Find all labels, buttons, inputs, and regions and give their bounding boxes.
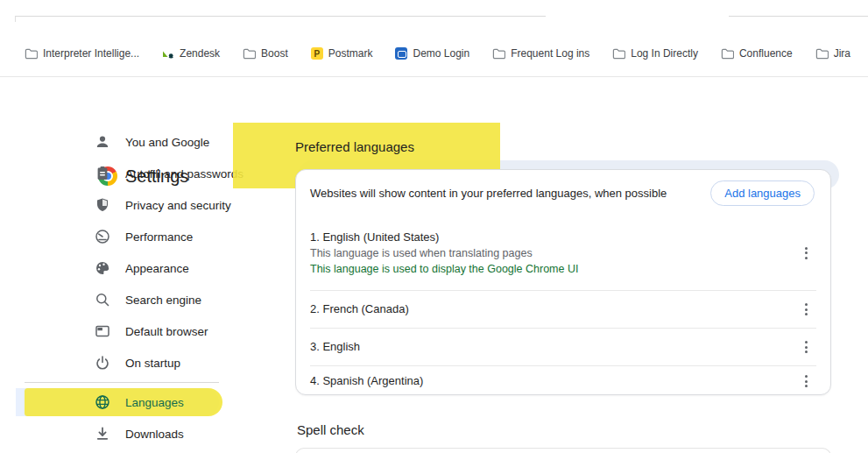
palette-icon bbox=[95, 260, 110, 276]
sidebar-item-privacy[interactable]: Privacy and security bbox=[0, 189, 263, 221]
spell-check-card-top bbox=[295, 448, 831, 453]
sidebar-item-label: Performance bbox=[125, 230, 193, 244]
bookmark-jira[interactable]: Jira bbox=[815, 47, 850, 60]
folder-icon bbox=[25, 47, 38, 60]
sidebar-item-performance[interactable]: Performance bbox=[0, 221, 263, 252]
sidebar-item-label: Appearance bbox=[125, 262, 189, 275]
language-row: 1. English (United States) This language… bbox=[296, 216, 830, 290]
sidebar-item-on-startup[interactable]: On startup bbox=[0, 347, 263, 379]
sidebar-item-label: Search engine bbox=[125, 294, 201, 307]
more-actions-icon[interactable] bbox=[795, 336, 816, 357]
demo-login-icon bbox=[395, 47, 407, 60]
postmark-icon: P bbox=[311, 47, 323, 60]
window-top-edge bbox=[729, 16, 868, 17]
globe-icon bbox=[95, 394, 110, 410]
bookmarks-bar: Interpreter Intellige... Zendesk Boost P… bbox=[0, 42, 868, 77]
language-row: 3. English bbox=[296, 329, 830, 365]
sidebar-item-label: You and Google bbox=[125, 136, 209, 149]
bookmark-label: Interpreter Intellige... bbox=[43, 47, 139, 60]
bookmark-label: Demo Login bbox=[413, 47, 469, 60]
language-translate-note: This language is used when translating p… bbox=[310, 245, 578, 261]
settings-sidebar: You and Google Autofill and passwords Pr… bbox=[0, 126, 263, 449]
bookmark-label: Log In Directly bbox=[631, 47, 698, 60]
person-icon bbox=[95, 134, 110, 150]
sidebar-item-label: On startup bbox=[125, 357, 180, 370]
bookmark-confluence[interactable]: Confluence bbox=[721, 47, 793, 60]
browser-toolbar: Chrome chrome://settings/languages bbox=[0, 22, 868, 42]
search-icon bbox=[95, 292, 110, 308]
languages-highlight-annotation bbox=[25, 388, 222, 416]
more-actions-icon[interactable] bbox=[795, 299, 816, 320]
bookmark-zendesk[interactable]: Zendesk bbox=[162, 47, 220, 60]
more-actions-icon[interactable] bbox=[795, 371, 816, 392]
folder-icon bbox=[815, 47, 829, 60]
sidebar-item-downloads[interactable]: Downloads bbox=[0, 418, 263, 449]
bookmark-frequent-log-ins[interactable]: Frequent Log ins bbox=[492, 47, 589, 60]
language-ui-note: This language is used to display the Goo… bbox=[310, 261, 578, 277]
card-description: Websites will show content in your prefe… bbox=[310, 187, 710, 200]
bookmark-label: Zendesk bbox=[180, 47, 220, 60]
browser-window: Chrome chrome://settings/languages Inter… bbox=[0, 0, 868, 453]
sidebar-item-languages[interactable]: Languages bbox=[0, 386, 263, 418]
bookmark-label: Boost bbox=[261, 47, 288, 60]
sidebar-item-you-and-google[interactable]: You and Google bbox=[0, 126, 263, 158]
folder-icon bbox=[721, 47, 734, 60]
bookmark-label: Jira bbox=[834, 47, 850, 60]
language-row: 4. Spanish (Argentina) bbox=[296, 366, 830, 396]
folder-icon bbox=[492, 47, 505, 60]
language-name: 1. English (United States) bbox=[310, 230, 578, 245]
shield-icon bbox=[95, 197, 110, 213]
card-header-row: Websites will show content in your prefe… bbox=[296, 170, 830, 216]
power-icon bbox=[95, 355, 110, 371]
bookmark-boost[interactable]: Boost bbox=[243, 47, 288, 60]
sidebar-item-search-engine[interactable]: Search engine bbox=[0, 284, 263, 315]
sidebar-item-default-browser[interactable]: Default browser bbox=[0, 315, 263, 347]
sidebar-item-label: Autofill and passwords bbox=[125, 167, 243, 180]
sidebar-item-label: Default browser bbox=[125, 325, 208, 338]
bookmark-label: Postmark bbox=[328, 47, 373, 60]
speedometer-icon bbox=[95, 229, 110, 244]
language-row: 2. French (Canada) bbox=[296, 291, 830, 328]
add-languages-button[interactable]: Add languages bbox=[710, 180, 815, 206]
sidebar-divider bbox=[25, 382, 219, 383]
window-top-edge bbox=[15, 16, 546, 17]
bookmark-postmark[interactable]: P Postmark bbox=[311, 47, 373, 60]
folder-icon bbox=[243, 47, 256, 60]
preferred-languages-card: Websites will show content in your prefe… bbox=[295, 169, 831, 395]
section-title: Preferred languages bbox=[295, 139, 414, 154]
language-name: 3. English bbox=[310, 339, 360, 355]
folder-icon bbox=[612, 47, 625, 60]
sidebar-item-autofill[interactable]: Autofill and passwords bbox=[0, 158, 263, 189]
spell-check-section-title: Spell check bbox=[297, 422, 364, 437]
bookmark-interpreter-intelligence[interactable]: Interpreter Intellige... bbox=[25, 47, 139, 60]
bookmark-demo-login[interactable]: Demo Login bbox=[395, 47, 469, 60]
settings-header: Settings bbox=[0, 77, 868, 118]
language-row-text: 1. English (United States) This language… bbox=[310, 230, 578, 277]
bookmark-label: Confluence bbox=[739, 47, 793, 60]
browser-window-icon bbox=[95, 323, 110, 339]
sidebar-item-label: Privacy and security bbox=[125, 199, 231, 212]
sidebar-item-appearance[interactable]: Appearance bbox=[0, 252, 263, 284]
more-actions-icon[interactable] bbox=[795, 243, 816, 264]
clipboard-icon bbox=[95, 166, 110, 181]
download-icon bbox=[95, 426, 110, 442]
sidebar-item-label: Downloads bbox=[125, 428, 184, 441]
zendesk-icon bbox=[162, 47, 174, 60]
language-name: 4. Spanish (Argentina) bbox=[310, 373, 423, 389]
language-name: 2. French (Canada) bbox=[310, 301, 409, 317]
sidebar-item-label: Languages bbox=[125, 396, 184, 409]
bookmark-log-in-directly[interactable]: Log In Directly bbox=[612, 47, 698, 60]
bookmark-label: Frequent Log ins bbox=[511, 47, 589, 60]
